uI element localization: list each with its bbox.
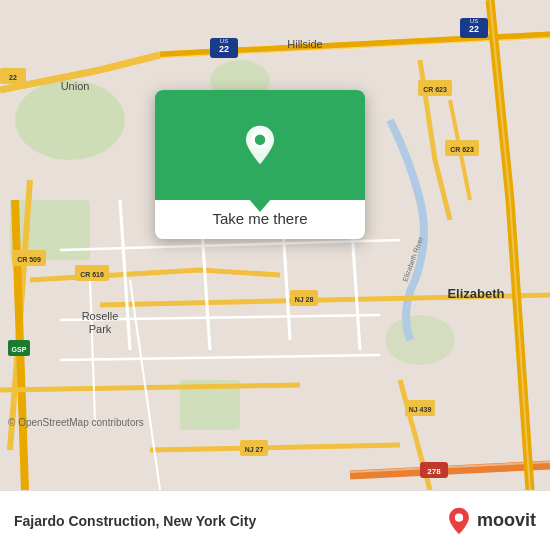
- take-me-there-popup[interactable]: Take me there: [155, 90, 365, 239]
- svg-point-42: [455, 513, 463, 521]
- copyright-text: © OpenStreetMap contributors: [8, 417, 144, 428]
- svg-text:NJ 27: NJ 27: [245, 446, 264, 453]
- svg-point-41: [255, 135, 266, 146]
- svg-text:22: 22: [9, 74, 17, 81]
- location-name: Fajardo Construction, New York City: [14, 513, 439, 529]
- svg-text:US: US: [470, 18, 478, 24]
- svg-text:Hillside: Hillside: [287, 38, 322, 50]
- svg-text:NJ 28: NJ 28: [295, 296, 314, 303]
- svg-text:CR 616: CR 616: [80, 271, 104, 278]
- moovit-logo: moovit: [445, 507, 536, 535]
- svg-text:22: 22: [469, 24, 479, 34]
- svg-point-1: [15, 80, 125, 160]
- svg-text:22: 22: [219, 44, 229, 54]
- svg-text:CR 623: CR 623: [423, 86, 447, 93]
- svg-text:Park: Park: [89, 323, 112, 335]
- svg-text:Union: Union: [61, 80, 90, 92]
- moovit-pin-icon: [445, 507, 473, 535]
- map-area: 22 US 22 US 22 CR 509 CR 616 CR 623 CR 6…: [0, 0, 550, 490]
- svg-text:Elizabeth: Elizabeth: [447, 286, 504, 301]
- svg-text:US: US: [220, 38, 228, 44]
- popup-arrow: [248, 198, 272, 212]
- svg-text:NJ 439: NJ 439: [409, 406, 432, 413]
- svg-point-6: [385, 315, 455, 365]
- location-pin-icon: [239, 124, 281, 166]
- popup-green-area: [155, 90, 365, 200]
- bottom-bar: Fajardo Construction, New York City moov…: [0, 490, 550, 550]
- svg-text:GSP: GSP: [12, 346, 27, 353]
- svg-text:Roselle: Roselle: [82, 310, 119, 322]
- svg-text:CR 509: CR 509: [17, 256, 41, 263]
- svg-text:CR 623: CR 623: [450, 146, 474, 153]
- svg-text:278: 278: [427, 467, 441, 476]
- moovit-brand-text: moovit: [477, 510, 536, 531]
